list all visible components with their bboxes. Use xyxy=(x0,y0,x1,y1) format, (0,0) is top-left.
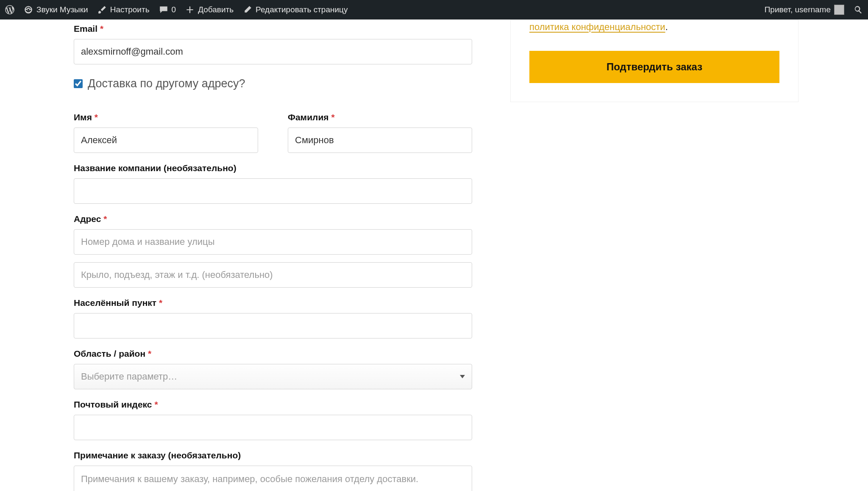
required-asterisk: * xyxy=(100,24,103,33)
state-select[interactable]: Выберите параметр… xyxy=(74,364,472,389)
notes-label: Примечание к заказу (необязательно) xyxy=(74,450,472,460)
city-input[interactable] xyxy=(74,313,472,338)
city-row: Населённый пункт * xyxy=(74,298,472,338)
city-label: Населённый пункт * xyxy=(74,298,472,308)
address-row: Адрес * xyxy=(74,214,472,288)
notes-row: Примечание к заказу (необязательно) xyxy=(74,450,472,491)
required-asterisk: * xyxy=(154,399,158,409)
ship-different-label[interactable]: Доставка по другому адресу? xyxy=(88,77,245,90)
required-asterisk: * xyxy=(148,349,151,358)
admin-bar-right: Привет, username xyxy=(765,5,863,15)
first-name-label-text: Имя xyxy=(74,112,92,122)
site-link[interactable]: Звуки Музыки xyxy=(24,5,88,14)
add-new-label: Добавить xyxy=(198,5,234,14)
required-asterisk: * xyxy=(95,112,98,122)
privacy-policy-link[interactable]: политика конфиденциальности xyxy=(529,22,665,32)
site-name: Звуки Музыки xyxy=(36,5,88,14)
paintbrush-icon xyxy=(97,5,107,14)
required-asterisk: * xyxy=(159,298,162,308)
state-placeholder: Выберите параметр… xyxy=(81,371,177,382)
order-summary-card: политика конфиденциальности. Подтвердить… xyxy=(510,19,798,102)
address-label: Адрес * xyxy=(74,214,472,224)
state-label-text: Область / район xyxy=(74,349,145,358)
privacy-policy-text: политика конфиденциальности. xyxy=(529,20,779,34)
comments-link[interactable]: 0 xyxy=(159,5,176,14)
admin-bar-left: Звуки Музыки Настроить 0 Добавить Редакт… xyxy=(5,5,348,14)
notes-textarea[interactable] xyxy=(74,466,472,491)
email-input[interactable] xyxy=(74,39,472,64)
address2-input[interactable] xyxy=(74,262,472,288)
last-name-label-text: Фамилия xyxy=(288,112,329,122)
admin-bar: Звуки Музыки Настроить 0 Добавить Редакт… xyxy=(0,0,868,19)
chevron-down-icon xyxy=(460,375,465,378)
address1-input[interactable] xyxy=(74,229,472,255)
search-icon xyxy=(854,5,863,14)
email-row: Email * xyxy=(74,24,472,64)
dashboard-icon xyxy=(24,5,33,14)
period: . xyxy=(665,22,668,32)
pencil-icon xyxy=(243,5,252,14)
customize-link[interactable]: Настроить xyxy=(97,5,150,14)
greeting-text: Привет, username xyxy=(765,5,831,14)
order-summary-column: политика конфиденциальности. Подтвердить… xyxy=(510,19,798,102)
checkout-form: Email * Доставка по другому адресу? Имя … xyxy=(74,19,472,491)
last-name-input[interactable] xyxy=(288,128,472,153)
shipping-different-heading: Доставка по другому адресу? xyxy=(74,77,472,90)
postcode-label: Почтовый индекс * xyxy=(74,399,472,410)
first-name-row: Имя * xyxy=(74,112,258,153)
admin-search[interactable] xyxy=(854,5,863,14)
city-label-text: Населённый пункт xyxy=(74,298,156,308)
comments-count: 0 xyxy=(172,5,176,14)
state-row: Область / район * Выберите параметр… xyxy=(74,349,472,389)
plus-icon xyxy=(185,5,195,14)
company-row: Название компании (необязательно) xyxy=(74,163,472,204)
address-label-text: Адрес xyxy=(74,214,101,224)
place-order-button[interactable]: Подтвердить заказ xyxy=(529,51,779,83)
last-name-row: Фамилия * xyxy=(288,112,472,153)
add-new-link[interactable]: Добавить xyxy=(185,5,234,14)
required-asterisk: * xyxy=(103,214,107,224)
wp-logo-button[interactable] xyxy=(5,5,14,14)
required-asterisk: * xyxy=(331,112,334,122)
postcode-row: Почтовый индекс * xyxy=(74,399,472,440)
last-name-label: Фамилия * xyxy=(288,112,472,122)
company-label: Название компании (необязательно) xyxy=(74,163,472,173)
edit-page-label: Редактировать страницу xyxy=(256,5,348,14)
email-label-text: Email xyxy=(74,24,97,33)
first-name-input[interactable] xyxy=(74,128,258,153)
email-label: Email * xyxy=(74,24,472,34)
avatar xyxy=(834,5,844,15)
comment-icon xyxy=(159,5,168,14)
postcode-label-text: Почтовый индекс xyxy=(74,399,152,409)
company-input[interactable] xyxy=(74,178,472,204)
customize-label: Настроить xyxy=(110,5,150,14)
postcode-input[interactable] xyxy=(74,415,472,440)
user-menu[interactable]: Привет, username xyxy=(765,5,844,15)
first-name-label: Имя * xyxy=(74,112,258,122)
state-label: Область / район * xyxy=(74,349,472,359)
edit-page-link[interactable]: Редактировать страницу xyxy=(243,5,348,14)
wordpress-icon xyxy=(5,5,14,14)
ship-different-checkbox[interactable] xyxy=(74,79,83,88)
